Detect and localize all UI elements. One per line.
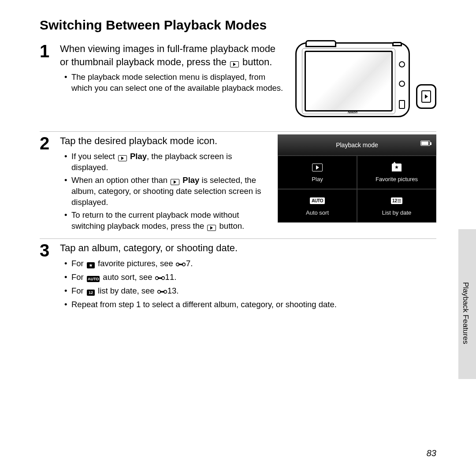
step-3-row: 3 Tap an album, category, or shooting da… <box>40 242 436 317</box>
play-icon <box>207 225 216 231</box>
step-3-num: 3 <box>40 242 55 312</box>
camera-zoom-out-icon <box>399 81 405 87</box>
list-by-date-icon: 12 <box>87 290 95 296</box>
battery-icon <box>420 141 430 146</box>
play-icon <box>230 61 239 67</box>
text: For <box>71 272 86 282</box>
text: 7. <box>186 259 193 268</box>
step-2-row: 2 Tap the desired playback mode icon. If… <box>40 134 436 239</box>
step-3-title: Tap an album, category, or shooting date… <box>60 242 436 255</box>
play-button-callout <box>416 84 436 109</box>
mode-favorite-label: Favorite pictures <box>376 176 418 182</box>
reference-icon <box>155 273 165 284</box>
step-2-title: Tap the desired playback mode icon. <box>60 134 269 148</box>
text: For <box>71 286 86 295</box>
play-icon <box>312 164 323 171</box>
text: 13. <box>167 286 179 295</box>
svg-rect-8 <box>160 291 164 292</box>
text: list by date, see <box>96 286 157 295</box>
playback-mode-header: Playback mode <box>278 134 436 156</box>
step-2-bullet-2: When an option other than Play is select… <box>71 175 269 208</box>
mode-autosort-cell[interactable]: AUTO Auto sort <box>278 189 357 223</box>
mode-autosort-label: Auto sort <box>306 209 329 216</box>
page-title: Switching Between Playback Modes <box>40 18 436 33</box>
text: favorite pictures, see <box>96 259 175 268</box>
mode-favorite-cell[interactable]: Favorite pictures <box>357 156 436 189</box>
camera-brand-label: Nikon <box>348 110 357 114</box>
text: button. <box>217 221 244 231</box>
playback-mode-screen: Playback mode Play Favorite pictures AUT… <box>278 134 436 223</box>
step-1-row: 1 When viewing images in full-frame play… <box>40 42 436 132</box>
reference-icon <box>176 259 186 270</box>
step-1-title-post: button. <box>240 56 272 67</box>
step-1-title: When viewing images in full-frame playba… <box>60 42 286 68</box>
step-3-bullet-2: For AUTO auto sort, see 11. <box>71 272 436 284</box>
step-2-bullet-1: If you select Play, the playback screen … <box>71 151 269 173</box>
camera-play-button-icon <box>399 100 405 109</box>
text: 11. <box>165 272 177 282</box>
mode-play-cell[interactable]: Play <box>278 156 357 189</box>
text: When an option other than <box>71 175 170 185</box>
bold-text: Play <box>128 152 147 161</box>
camera-zoom-in-icon <box>399 61 405 67</box>
step-3-bullet-4: Repeat from step 1 to select a different… <box>71 299 436 310</box>
text: auto sort, see <box>100 272 154 282</box>
page-number: 83 <box>427 448 436 458</box>
camera-illustration: Nikon <box>295 42 436 126</box>
step-3-bullet-3: For 12 list by date, see 13. <box>71 286 436 298</box>
step-1-bullet-1: The playback mode selection menu is disp… <box>71 72 286 94</box>
auto-icon: AUTO <box>87 276 100 282</box>
play-icon <box>171 179 179 185</box>
text: For <box>71 259 86 268</box>
text: If you select <box>71 152 117 161</box>
section-label: Playback Features <box>461 282 470 344</box>
step-1-num: 1 <box>40 42 55 126</box>
bold-text: Play <box>180 175 199 185</box>
mode-listbydate-cell[interactable]: 12 List by date <box>357 189 436 223</box>
play-icon <box>421 90 431 103</box>
star-folder-icon <box>392 164 402 171</box>
mode-play-label: Play <box>312 176 323 182</box>
mode-listbydate-label: List by date <box>382 209 412 216</box>
step-2-bullet-3: To return to the current playback mode w… <box>71 210 269 232</box>
svg-rect-2 <box>178 264 183 265</box>
playback-mode-header-label: Playback mode <box>336 141 378 149</box>
step-3-bullet-1: For ★ favorite pictures, see 7. <box>71 258 436 270</box>
star-folder-icon: ★ <box>87 262 95 268</box>
svg-rect-5 <box>158 278 162 279</box>
list-by-date-icon: 12 <box>391 197 402 204</box>
play-icon <box>118 155 127 161</box>
reference-icon <box>157 286 167 298</box>
step-2-num: 2 <box>40 134 55 233</box>
auto-icon: AUTO <box>310 197 325 204</box>
